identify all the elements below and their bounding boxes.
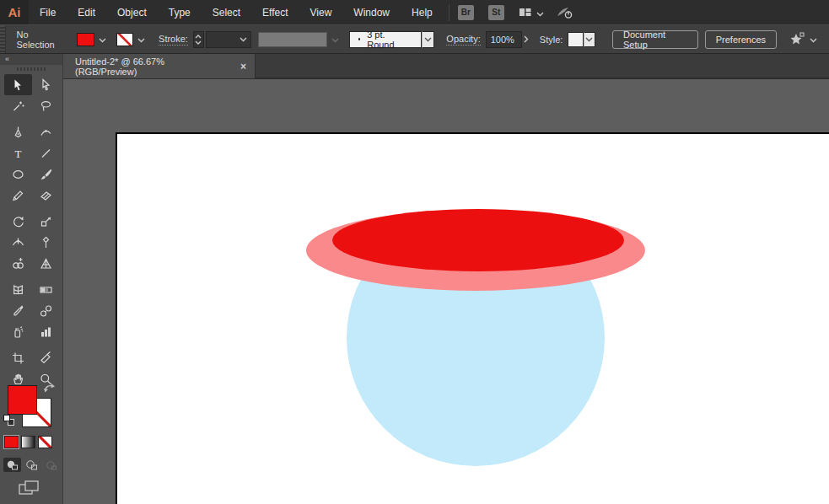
artboard-tool[interactable] [4,347,32,368]
tab-close-icon[interactable]: × [240,61,246,72]
screen-mode-button[interactable] [19,480,40,500]
draw-normal-icon [6,459,19,471]
perspective-grid-icon [39,257,53,271]
mesh-tool[interactable] [4,279,32,300]
stroke-weight-select[interactable] [206,31,251,48]
draw-behind-button[interactable] [23,458,40,472]
red-ellipse[interactable] [332,209,624,271]
stock-button[interactable]: St [488,5,504,20]
style-swatch[interactable] [568,32,584,47]
menu-item-type[interactable]: Type [158,0,202,24]
puppet-warp-icon [39,236,53,249]
brush-definition-chevron[interactable] [422,31,434,48]
gradient-button[interactable] [21,436,35,448]
select-similar-button[interactable] [789,32,817,46]
puppet-warp-tool[interactable] [32,232,60,253]
symbol-sprayer-tool[interactable] [4,321,32,342]
style-chevron[interactable] [584,32,595,47]
magic-wand-icon [11,99,25,113]
arrange-documents-button[interactable] [519,5,544,20]
stroke-weight-stepper[interactable] [193,31,204,48]
magic-wand-tool[interactable] [4,95,32,116]
type-tool[interactable]: T [4,142,32,164]
panel-grip[interactable] [0,25,6,53]
ellipse-tool[interactable] [4,164,32,185]
perspective-grid-tool[interactable] [32,253,60,274]
tools-grid: T [4,74,60,389]
lasso-tool[interactable] [32,95,60,116]
eraser-tool[interactable] [32,185,60,206]
preferences-button[interactable]: Preferences [705,30,777,49]
swap-fill-stroke-button[interactable] [43,383,57,398]
stroke-chevron-icon[interactable] [137,35,145,45]
menu-item-file[interactable]: File [29,0,67,24]
chevron-down-icon [536,5,544,20]
blend-tool[interactable] [32,300,60,321]
document-tab[interactable]: Untitled-2* @ 66.67% (RGB/Preview) × [63,54,256,78]
eraser-icon [39,189,53,202]
tools-collapse-button[interactable]: « [0,54,62,65]
artwork-layer[interactable] [63,79,829,504]
column-graph-tool[interactable] [32,321,60,342]
tools-panel-grip[interactable] [17,67,46,71]
selection-icon [11,78,25,92]
width-profile-select [258,32,326,47]
pencil-icon [11,189,25,202]
rotate-tool[interactable] [4,211,32,232]
canvas-pasteboard[interactable] [63,79,829,504]
draw-normal-button[interactable] [3,458,21,472]
width-tool[interactable] [4,232,32,253]
draw-behind-icon [25,459,39,471]
opacity-input[interactable]: 100% [486,31,522,48]
default-fill-stroke-button[interactable] [3,415,17,428]
scale-tool[interactable] [32,211,60,232]
menu-bar: Ai FileEditObjectTypeSelectEffectViewWin… [0,0,829,24]
opacity-expander[interactable] [522,31,531,48]
document-setup-button[interactable]: Document Setup [612,30,698,49]
fill-color-swatch[interactable] [77,33,94,46]
column-graph-icon [39,325,53,339]
width-profile-chevron-icon [331,35,339,45]
menu-item-view[interactable]: View [299,0,343,24]
brush-definition-select[interactable]: 3 pt. Round [349,31,423,48]
document-tab-title: Untitled-2* @ 66.67% (RGB/Preview) [75,56,229,77]
paintbrush-tool[interactable] [32,164,60,185]
opacity-label[interactable]: Opacity: [446,34,480,46]
color-button[interactable] [4,436,19,448]
menu-item-help[interactable]: Help [401,0,444,24]
menu-item-effect[interactable]: Effect [251,0,299,24]
brush-definition-value: 3 pt. Round [367,29,421,50]
bridge-button[interactable]: Br [458,5,474,20]
swap-arrows-icon [43,383,57,394]
chevron-down-icon [810,35,817,45]
selection-tool[interactable] [4,74,32,95]
none-button[interactable] [38,436,52,448]
eyedropper-icon [11,304,25,318]
menu-item-select[interactable]: Select [202,0,251,24]
chevron-down-icon [240,37,247,42]
menu-separator [449,4,449,21]
slice-tool[interactable] [32,347,60,368]
shape-builder-tool[interactable] [4,253,32,274]
curvature-tool[interactable] [32,121,60,142]
rotate-icon [11,215,25,228]
drawing-mode-buttons [3,458,60,472]
gpu-performance-button[interactable] [556,5,574,20]
pen-tool[interactable] [4,121,32,142]
paintbrush-icon [39,168,53,181]
menu-item-object[interactable]: Object [106,0,158,24]
stroke-weight-label[interactable]: Stroke: [159,34,188,46]
stepper-up-icon [195,35,202,39]
line-segment-tool[interactable] [32,142,60,164]
arrange-documents-icon [519,6,532,19]
stroke-color-swatch[interactable] [116,33,133,46]
fill-chevron-icon[interactable] [99,35,106,45]
direct-selection-tool[interactable] [32,74,60,95]
gradient-tool[interactable] [32,279,60,300]
eyedropper-tool[interactable] [4,300,32,321]
fill-indicator[interactable] [8,385,37,415]
pencil-tool[interactable] [4,185,32,206]
menu-item-edit[interactable]: Edit [67,0,106,24]
shape-builder-icon [11,257,25,271]
menu-item-window[interactable]: Window [342,0,401,24]
